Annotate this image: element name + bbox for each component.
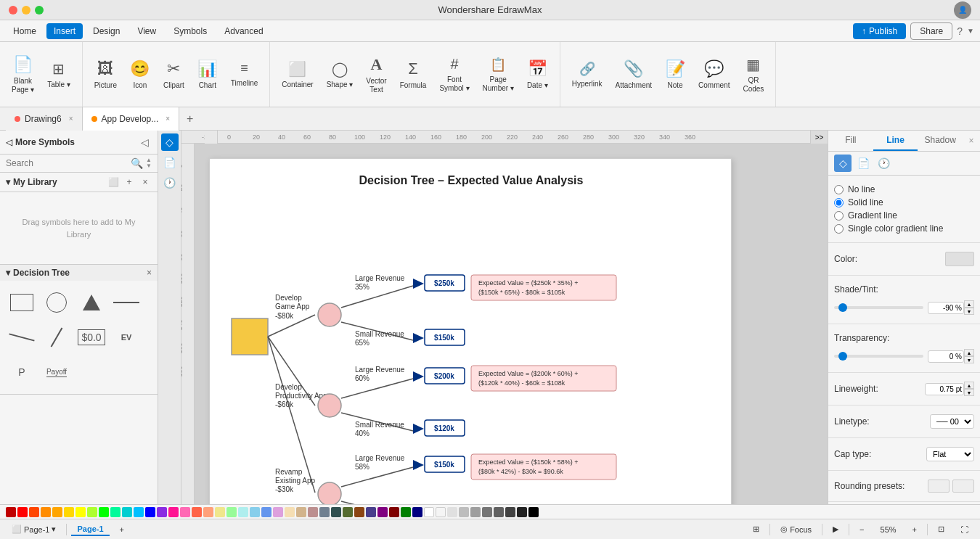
shape-triangle-item[interactable] (77, 288, 106, 317)
color-swatch[interactable] (459, 507, 469, 517)
page-dropdown-icon[interactable]: ▾ (52, 524, 56, 534)
vector-text-button[interactable]: A VectorText (360, 49, 392, 100)
close-button[interactable] (9, 6, 17, 15)
lineweight-decrement[interactable]: ▼ (964, 389, 974, 396)
timeline-button[interactable]: ≡ Timeline (225, 49, 264, 100)
color-swatch[interactable] (517, 507, 527, 517)
symbols-expand-icon[interactable]: ◁ (137, 135, 152, 149)
symbols-collapse-icon[interactable]: ◁ (6, 137, 12, 147)
chevron-down-icon[interactable]: ▼ (967, 27, 974, 35)
date-button[interactable]: 📅 Date ▾ (521, 49, 554, 100)
shade-slider-thumb[interactable] (838, 303, 847, 312)
sidebar-diagram-icon[interactable]: ◇ (161, 133, 179, 151)
transparency-thumb[interactable] (838, 352, 847, 361)
comment-button[interactable]: 💬 Comment (693, 49, 735, 100)
drawing-canvas[interactable]: Decision Tree – Expected Value Analysis (195, 144, 828, 504)
cap-type-select[interactable]: Flat Round Square (926, 447, 974, 461)
shape-dollar-item[interactable]: $0.0 (77, 323, 106, 352)
single-color-gradient-option[interactable]: Single color gradient line (834, 223, 974, 234)
dt-collapse-icon[interactable]: ▾ (6, 268, 10, 278)
color-swatch[interactable] (75, 507, 86, 517)
color-swatch[interactable] (215, 507, 225, 517)
zoom-in-button[interactable]: + (907, 524, 923, 535)
diagram-tool-button[interactable]: ◇ (834, 155, 852, 172)
add-page-button[interactable]: + (114, 524, 130, 535)
zoom-out-button[interactable]: − (854, 524, 870, 535)
menu-symbols[interactable]: Symbols (166, 23, 214, 39)
shape-line3-item[interactable] (42, 323, 71, 352)
search-icon[interactable]: 🔍 (131, 157, 143, 169)
formula-button[interactable]: Σ Formula (394, 49, 433, 100)
color-swatch[interactable] (470, 507, 481, 517)
help-icon[interactable]: ? (957, 25, 963, 37)
color-swatch[interactable] (145, 507, 155, 517)
tab-line[interactable]: Line (873, 131, 918, 151)
page-tab-1[interactable]: Page-1 (71, 523, 109, 536)
transparency-decrement[interactable]: ▼ (964, 356, 974, 363)
color-swatch[interactable] (110, 507, 121, 517)
transparency-value-input[interactable] (928, 350, 964, 363)
tab-close-active-icon[interactable]: × (166, 115, 170, 123)
tab-close-icon[interactable]: × (69, 115, 73, 123)
color-swatch[interactable] (366, 507, 376, 517)
color-swatch[interactable] (354, 507, 364, 517)
shade-value-input[interactable] (928, 302, 964, 314)
qr-codes-button[interactable]: ▦ QRCodes (737, 49, 769, 100)
share-button[interactable]: Share (910, 22, 952, 40)
shape-ev-item[interactable]: EV (112, 323, 141, 352)
shape-ellipse[interactable] (42, 288, 71, 317)
dt-close-button[interactable]: × (147, 268, 152, 278)
color-swatch[interactable] (319, 507, 330, 517)
color-swatch[interactable] (238, 507, 248, 517)
minimize-button[interactable] (22, 6, 30, 15)
page-settings-button[interactable]: ⬜ Page-1 ▾ (6, 523, 62, 535)
color-swatch[interactable] (273, 507, 283, 517)
color-swatch[interactable] (226, 507, 237, 517)
panel-close-button[interactable]: × (963, 131, 980, 151)
search-input[interactable] (6, 158, 128, 168)
color-swatch[interactable] (122, 507, 132, 517)
picture-button[interactable]: 🖼 Picture (89, 49, 123, 100)
panel-collapse-button[interactable]: >> (810, 131, 828, 144)
color-swatch[interactable] (180, 507, 190, 517)
color-swatch[interactable] (87, 507, 97, 517)
chart-button[interactable]: 📊 Chart (192, 49, 224, 100)
color-swatch[interactable] (308, 507, 318, 517)
menu-design[interactable]: Design (86, 23, 127, 39)
no-line-option[interactable]: No line (834, 184, 974, 194)
collapse-icon[interactable]: ▾ (6, 177, 10, 187)
page-tool-button[interactable]: 📄 (854, 155, 872, 172)
color-swatch[interactable] (17, 507, 28, 517)
color-swatch[interactable] (436, 507, 446, 517)
shape-line-item[interactable] (112, 288, 141, 317)
color-swatch[interactable] (505, 507, 515, 517)
page-number-button[interactable]: 📋 PageNumber ▾ (477, 49, 520, 100)
zoom-level[interactable]: 55% (875, 524, 902, 535)
layers-button[interactable]: ⊞ (747, 523, 765, 535)
round-preset-2[interactable] (952, 480, 974, 493)
linetype-select[interactable]: ── 00 - - 01 ··· 02 (930, 414, 974, 429)
color-swatch[interactable] (157, 507, 167, 517)
color-swatch[interactable] (203, 507, 213, 517)
shape-payoff-item[interactable]: Payoff (42, 358, 71, 387)
shape-rectangle[interactable] (7, 288, 36, 317)
shape-line2-item[interactable] (7, 323, 36, 352)
color-picker[interactable] (945, 252, 974, 266)
hyperlink-button[interactable]: 🔗 Hyperlink (566, 49, 608, 100)
color-swatch[interactable] (412, 507, 422, 517)
user-avatar[interactable]: 👤 (954, 1, 971, 19)
blank-page-button[interactable]: 📄 BlankPage ▾ (6, 49, 40, 100)
color-swatch[interactable] (168, 507, 179, 517)
fullscreen-button[interactable]: ⛶ (955, 524, 974, 535)
tab-shadow[interactable]: Shadow (918, 131, 963, 151)
color-swatch[interactable] (401, 507, 411, 517)
lineweight-increment[interactable]: ▲ (964, 382, 974, 389)
maximize-button[interactable] (35, 6, 44, 15)
history-tool-button[interactable]: 🕐 (875, 155, 892, 172)
color-swatch[interactable] (41, 507, 51, 517)
shape-button[interactable]: ◯ Shape ▾ (321, 49, 359, 100)
note-button[interactable]: 📝 Note (659, 49, 691, 100)
color-swatch[interactable] (296, 507, 306, 517)
sidebar-history-icon[interactable]: 🕐 (161, 174, 179, 192)
color-swatch[interactable] (331, 507, 341, 517)
